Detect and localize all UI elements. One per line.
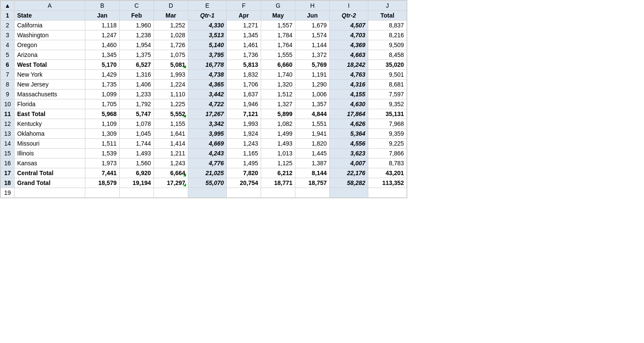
cell-e: 4,365 [188, 80, 227, 89]
cell-e [188, 188, 227, 198]
row-header-8[interactable]: 8 [1, 80, 15, 89]
cell-h: 1,372 [295, 50, 330, 60]
cell-c: 1,406 [120, 80, 154, 89]
col-header-b[interactable]: B [85, 1, 120, 11]
cell-h: 1,357 [295, 99, 330, 109]
cell-d: 17,297 [154, 178, 188, 188]
cell-label: Missouri [15, 139, 85, 149]
cell-i: 4,155 [330, 89, 368, 99]
cell-h: 1,006 [295, 89, 330, 99]
cell-j: 35,131 [368, 109, 407, 119]
row-header-11[interactable]: 11 [1, 109, 15, 119]
row-header-2[interactable]: 2 [1, 21, 15, 30]
cell-g: 6,660 [261, 60, 295, 70]
cell-j: 113,352 [368, 178, 407, 188]
row-header-1[interactable]: 1 [1, 11, 15, 21]
row-header-17[interactable]: 17 [1, 168, 15, 178]
cell-g: 6,212 [261, 168, 295, 178]
col-header-g[interactable]: G [261, 1, 295, 11]
cell-b: 1,099 [85, 89, 120, 99]
cell-h: 1,941 [295, 129, 330, 139]
table-row: 16Kansas1,9731,5601,2434,7761,4951,1251,… [1, 158, 407, 168]
table-row: 18Grand Total18,57919,19417,29755,07020,… [1, 178, 407, 188]
col-header-j[interactable]: J [368, 1, 407, 11]
cell-d: 1,726 [154, 40, 188, 50]
cell-e: 16,778 [188, 60, 227, 70]
row-header-3[interactable]: 3 [1, 30, 15, 40]
cell-j: 7,597 [368, 89, 407, 99]
row-header-6[interactable]: 6 [1, 60, 15, 70]
cell-h [295, 188, 330, 198]
cell-c: 1,744 [120, 139, 154, 149]
spreadsheet: ▲ A B C D E F G H I J 1 State Jan Feb Ma… [0, 0, 407, 198]
cell-j: 8,458 [368, 50, 407, 60]
cell-b [85, 188, 120, 198]
cell-label: California [15, 21, 85, 30]
cell-e: 17,267 [188, 109, 227, 119]
cell-c: 5,747 [120, 109, 154, 119]
cell-j [368, 188, 407, 198]
cell-label: New York [15, 70, 85, 80]
cell-label [15, 188, 85, 198]
header-jan: Jan [85, 11, 120, 21]
cell-f: 5,813 [227, 60, 261, 70]
cell-c: 19,194 [120, 178, 154, 188]
table-row: 17Central Total7,4416,9206,66421,0257,82… [1, 168, 407, 178]
row-header-4[interactable]: 4 [1, 40, 15, 50]
row-header-12[interactable]: 12 [1, 119, 15, 129]
cell-e: 4,669 [188, 139, 227, 149]
cell-j: 8,837 [368, 21, 407, 30]
cell-j: 9,501 [368, 70, 407, 80]
col-header-f[interactable]: F [227, 1, 261, 11]
col-header-e[interactable]: E [188, 1, 227, 11]
header-feb: Feb [120, 11, 154, 21]
cell-h: 1,820 [295, 139, 330, 149]
cell-d: 1,252 [154, 21, 188, 30]
row-header-19[interactable]: 19 [1, 188, 15, 198]
col-header-h[interactable]: H [295, 1, 330, 11]
cell-f: 1,495 [227, 158, 261, 168]
cell-label: Grand Total [15, 178, 85, 188]
cell-c: 1,078 [120, 119, 154, 129]
cell-g [261, 188, 295, 198]
table-row: 19 [1, 188, 407, 198]
cell-e: 3,795 [188, 50, 227, 60]
row-header-7[interactable]: 7 [1, 70, 15, 80]
cell-c: 1,316 [120, 70, 154, 80]
cell-j: 8,681 [368, 80, 407, 89]
cell-i: 3,623 [330, 149, 368, 158]
cell-h: 1,574 [295, 30, 330, 40]
header-total: Total [368, 11, 407, 21]
row-header-10[interactable]: 10 [1, 99, 15, 109]
col-header-c[interactable]: C [120, 1, 154, 11]
cell-label: West Total [15, 60, 85, 70]
cell-f: 1,637 [227, 89, 261, 99]
cell-i: 4,630 [330, 99, 368, 109]
col-header-d[interactable]: D [154, 1, 188, 11]
cell-d: 1,414 [154, 139, 188, 149]
table-row: 12Kentucky1,1091,0781,1553,3421,9931,082… [1, 119, 407, 129]
row-header-13[interactable]: 13 [1, 129, 15, 139]
cell-f: 7,121 [227, 109, 261, 119]
cell-e: 4,722 [188, 99, 227, 109]
cell-e: 3,995 [188, 129, 227, 139]
cell-h: 1,290 [295, 80, 330, 89]
cell-g: 1,013 [261, 149, 295, 158]
cell-g: 1,125 [261, 158, 295, 168]
row-header-5[interactable]: 5 [1, 50, 15, 60]
row-header-18[interactable]: 18 [1, 178, 15, 188]
cell-i: 22,176 [330, 168, 368, 178]
header-may: May [261, 11, 295, 21]
cell-b: 1,735 [85, 80, 120, 89]
row-header-15[interactable]: 15 [1, 149, 15, 158]
table-row: 2California1,1181,9601,2524,3301,2711,55… [1, 21, 407, 30]
col-header-a[interactable]: A [15, 1, 85, 11]
cell-b: 5,170 [85, 60, 120, 70]
col-header-i[interactable]: I [330, 1, 368, 11]
row-header-9[interactable]: 9 [1, 89, 15, 99]
cell-c: 1,792 [120, 99, 154, 109]
row-header-14[interactable]: 14 [1, 139, 15, 149]
cell-i: 4,663 [330, 50, 368, 60]
cell-e: 4,330 [188, 21, 227, 30]
row-header-16[interactable]: 16 [1, 158, 15, 168]
